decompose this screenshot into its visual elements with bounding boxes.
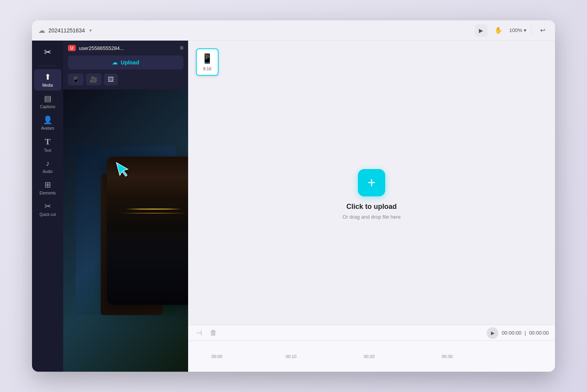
time-separator: |	[525, 330, 526, 336]
sidebar-item-elements[interactable]: ⊞ Elements	[34, 177, 61, 198]
time-current: 00:00:00	[502, 330, 521, 336]
filter-row: 📱 🎥 🖼	[63, 73, 188, 89]
upload-sub-text: Or drag and drop file here	[343, 214, 401, 220]
aspect-label: 9:16	[203, 66, 211, 71]
sidebar-item-label: Elements	[39, 191, 56, 195]
editor-area: 📱 9:16 + Click to upload Or drag and dro…	[188, 41, 555, 372]
filter-all-button[interactable]: 📱	[68, 73, 84, 86]
logo-area: ✂	[39, 44, 56, 61]
avatars-icon: 👤	[43, 115, 53, 125]
phone-icon: 📱	[201, 53, 213, 64]
hand-tool-button[interactable]: ✋	[492, 24, 505, 37]
upload-zone: + Click to upload Or drag and drop file …	[343, 169, 401, 220]
zoom-selector[interactable]: 100% ▾	[509, 27, 527, 33]
sidebar-item-media[interactable]: ⬆ Media	[34, 69, 61, 91]
time-total: 00:00:00	[529, 330, 549, 336]
time-mark-0: 00:00	[212, 354, 222, 359]
sidebar-item-audio[interactable]: ♪ Audio	[34, 156, 61, 177]
sidebar-item-label: Quick cut	[39, 212, 56, 217]
undo-button[interactable]: ↩	[536, 24, 549, 37]
left-sidebar: ✂ ⬆ Media ▤ Captions 👤 Avatars T Text ♪ …	[32, 41, 63, 372]
text-icon: T	[45, 137, 51, 147]
sidebar-item-label: Media	[42, 83, 53, 87]
upload-cloud-icon: ☁	[112, 59, 117, 66]
sidebar-item-captions[interactable]: ▤ Captions	[34, 91, 61, 112]
media-panel-header: U user25586555284... ≡	[63, 41, 188, 55]
split-button[interactable]: ⊣	[194, 327, 204, 339]
upload-button-label: Upload	[121, 59, 139, 66]
audio-icon: ♪	[46, 159, 50, 168]
user-name: user25586555284...	[79, 45, 177, 51]
media-icon: ⬆	[44, 72, 51, 82]
quickcut-icon: ✂	[44, 201, 51, 211]
divider	[531, 26, 532, 35]
sidebar-divider	[40, 66, 55, 66]
project-name: 202411251634	[48, 27, 85, 34]
upload-button[interactable]: ☁ Upload	[68, 55, 183, 69]
sidebar-item-avatars[interactable]: 👤 Avatars	[34, 112, 61, 134]
menu-icon[interactable]: ≡	[180, 45, 183, 52]
top-bar-right: ▶ ✋ 100% ▾ ↩	[475, 24, 549, 37]
top-bar: ☁ 202411251634 ▾ ▶ ✋ 100% ▾ ↩	[32, 20, 555, 41]
timeline-play-button[interactable]: ▶	[487, 327, 498, 339]
elements-icon: ⊞	[44, 180, 51, 189]
media-panel: U user25586555284... ≡ ☁ Upload 📱 🎥 🖼	[63, 41, 188, 372]
sidebar-item-label: Audio	[43, 169, 53, 174]
cloud-icon: ☁	[38, 26, 45, 35]
sidebar-item-label: Captions	[40, 105, 55, 109]
time-mark-20: 00:20	[364, 354, 375, 359]
sidebar-item-label: Avatars	[41, 126, 54, 130]
time-mark-30: 00:30	[442, 354, 453, 359]
timeline-time-display: ▶ 00:00:00 | 00:00:00	[487, 327, 549, 339]
captions-icon: ▤	[44, 94, 52, 103]
aspect-ratio-thumbnail[interactable]: 📱 9:16	[196, 48, 219, 76]
canvas-area: 📱 9:16 + Click to upload Or drag and dro…	[188, 41, 555, 325]
delete-button[interactable]: 🗑	[208, 327, 219, 339]
filter-video-button[interactable]: 🎥	[86, 73, 101, 86]
media-content-area: featuring a stylish design and a durable…	[63, 89, 188, 372]
filter-image-button[interactable]: 🖼	[104, 73, 118, 86]
timeline-area: ⊣ 🗑 ▶ 00:00:00 | 00:00:00 00:00 00:10 00…	[188, 325, 555, 372]
time-mark-10: 00:10	[286, 354, 297, 359]
app-logo-icon: ✂	[44, 47, 51, 57]
sidebar-item-label: Text	[44, 148, 51, 153]
sidebar-item-text[interactable]: T Text	[34, 134, 61, 156]
timeline-ruler: 00:00 00:10 00:20 00:30	[188, 341, 555, 372]
top-bar-left: ☁ 202411251634 ▾	[38, 26, 475, 35]
sidebar-item-quickcut[interactable]: ✂ Quick cut	[34, 198, 61, 220]
timeline-controls: ⊣ 🗑 ▶ 00:00:00 | 00:00:00	[188, 325, 555, 341]
app-window: ☁ 202411251634 ▾ ▶ ✋ 100% ▾ ↩ ✂ ⬆ Media	[32, 20, 555, 372]
user-badge: U	[68, 45, 76, 51]
upload-main-text: Click to upload	[346, 203, 397, 211]
play-button[interactable]: ▶	[475, 24, 487, 37]
project-dropdown-arrow[interactable]: ▾	[89, 28, 92, 33]
plus-icon: +	[367, 176, 375, 190]
main-content: ✂ ⬆ Media ▤ Captions 👤 Avatars T Text ♪ …	[32, 41, 555, 372]
upload-plus-button[interactable]: +	[358, 169, 385, 196]
